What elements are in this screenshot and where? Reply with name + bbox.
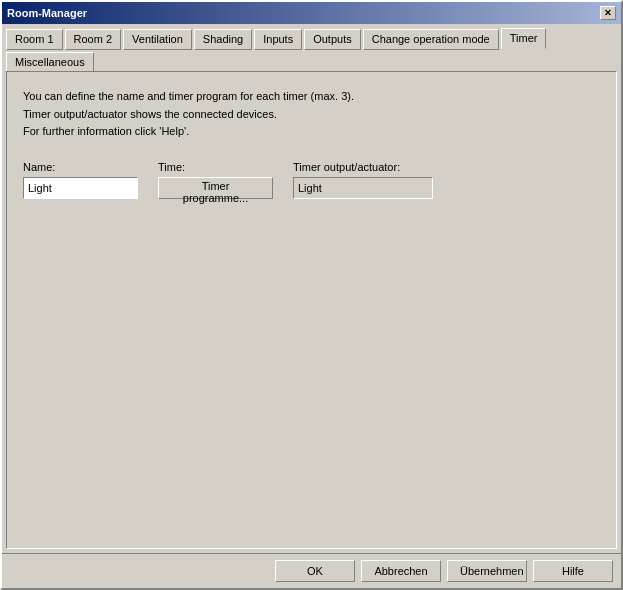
close-button[interactable]: ✕ [600, 6, 616, 20]
ok-button[interactable]: OK [275, 560, 355, 582]
timer-output-group: Timer output/actuator: [293, 161, 433, 199]
tab-timer[interactable]: Timer [501, 28, 547, 49]
tab-ventilation[interactable]: Ventilation [123, 29, 192, 50]
title-bar: Room-Manager ✕ [2, 2, 621, 24]
timer-output-label: Timer output/actuator: [293, 161, 433, 173]
tab-content-timer: You can define the name and timer progra… [6, 71, 617, 549]
info-text: You can define the name and timer progra… [23, 88, 600, 141]
help-button[interactable]: Hilfe [533, 560, 613, 582]
footer: OK Abbrechen Übernehmen Hilfe [2, 553, 621, 588]
tab-room1[interactable]: Room 1 [6, 29, 63, 50]
tab-change-operation-mode[interactable]: Change operation mode [363, 29, 499, 50]
cancel-button[interactable]: Abbrechen [361, 560, 441, 582]
name-label: Name: [23, 161, 138, 173]
tab-inputs[interactable]: Inputs [254, 29, 302, 50]
window-title: Room-Manager [7, 7, 87, 19]
time-label: Time: [158, 161, 273, 173]
tab-shading[interactable]: Shading [194, 29, 252, 50]
timer-output-input[interactable] [293, 177, 433, 199]
form-row-labels: Name: Time: Timer programme... Timer out… [23, 161, 600, 199]
timer-programme-button[interactable]: Timer programme... [158, 177, 273, 199]
tab-miscellaneous[interactable]: Miscellaneous [6, 52, 94, 72]
time-group: Time: Timer programme... [158, 161, 273, 199]
name-input[interactable] [23, 177, 138, 199]
tab-outputs[interactable]: Outputs [304, 29, 361, 50]
tab-bar: Room 1 Room 2 Ventilation Shading Inputs… [2, 24, 621, 71]
main-window: Room-Manager ✕ Room 1 Room 2 Ventilation… [0, 0, 623, 590]
apply-button[interactable]: Übernehmen [447, 560, 527, 582]
info-line1: You can define the name and timer progra… [23, 88, 600, 106]
name-group: Name: [23, 161, 138, 199]
info-line3: For further information click 'Help'. [23, 123, 600, 141]
info-line2: Timer output/actuator shows the connecte… [23, 106, 600, 124]
tab-room2[interactable]: Room 2 [65, 29, 122, 50]
